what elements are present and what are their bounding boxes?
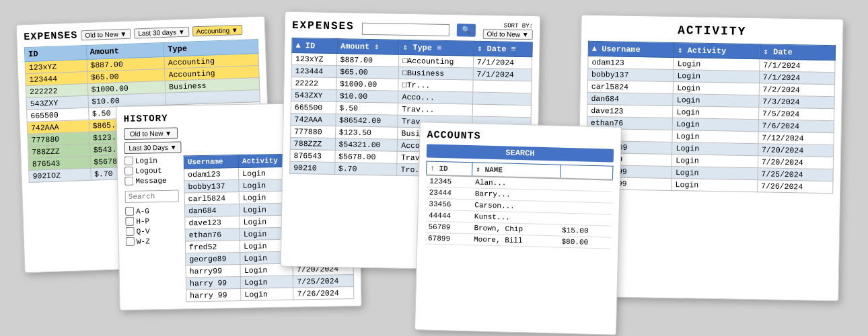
expenses-front-header: EXPENSES 🔍 SORT BY: Old to New ▼ (292, 19, 533, 40)
hist-username: dan684 (184, 204, 239, 216)
expenses-front-title: EXPENSES (292, 19, 355, 33)
act-activity: Login (672, 130, 758, 144)
history-row: harry 99 Login 7/26/2024 (186, 287, 354, 302)
ef-id: 788ZZZ (290, 137, 335, 150)
act-activity: Login (672, 167, 758, 180)
ef-col-date[interactable]: ⇕ Date ≡ (474, 41, 533, 57)
act-activity: Login (673, 94, 759, 108)
expenses-search-input[interactable] (362, 22, 449, 36)
acc-balance (559, 202, 612, 214)
checkbox-message[interactable] (124, 177, 133, 185)
ef-type: □Tr... (398, 79, 473, 92)
eb-id: 902IOZ (29, 168, 91, 182)
hist-username: harry99 (186, 264, 240, 277)
expenses-search-button[interactable]: 🔍 (457, 24, 476, 36)
sortby-value[interactable]: Old to New ▼ (483, 29, 533, 40)
act-date: 7/6/2024 (758, 120, 834, 133)
act-username: dan684 (587, 92, 674, 106)
ef-amount: $.50 (336, 102, 398, 116)
ef-id: 742AAA (291, 113, 336, 126)
act-date: 7/26/2024 (757, 180, 833, 194)
filter-ag[interactable]: A-G (125, 206, 179, 216)
act-activity: Login (673, 118, 759, 132)
accounts-title: ACCOUNTS (427, 129, 614, 145)
act-date: 7/2/2024 (759, 83, 835, 97)
acc-balance: $15.00 (558, 224, 612, 237)
activity-table: ▲ Username ⇕ Activity ⇕ Date odam123 Log… (585, 41, 836, 194)
act-activity: Login (672, 155, 758, 168)
accounts-table: ↑ ID ⇕ NAME 12345 Alan... 23444 Barry...… (424, 161, 613, 249)
ef-type: Acco... (398, 91, 473, 104)
ef-id: 90210 (290, 161, 335, 174)
acc-balance (560, 179, 613, 192)
ef-amount: $65.00 (336, 66, 399, 79)
filter-old-to-new[interactable]: Old to New ▼ (81, 29, 131, 41)
ef-date: 7/1/2024 (473, 56, 532, 69)
acc-name: Moore, Bill (470, 234, 558, 247)
ef-amount: $5678.00 (334, 151, 397, 164)
act-activity: Login (672, 179, 758, 192)
ef-amount: $10.00 (336, 90, 398, 103)
history-filter-days[interactable]: Last 30 Days ▼ (124, 141, 181, 153)
checkbox-logout[interactable] (124, 167, 133, 175)
filter-wz[interactable]: W-Z (126, 237, 180, 246)
act-date: 7/25/2024 (758, 168, 834, 181)
filter-logout[interactable]: Logout (124, 166, 178, 175)
history-filter-sort[interactable]: Old to New ▼ (124, 128, 178, 140)
act-date: 7/20/2024 (758, 144, 834, 157)
accounts-search-label[interactable]: SEARCH (427, 144, 614, 162)
ef-id: 123xYZ (291, 52, 336, 65)
ef-col-type[interactable]: ⇕ Type ≡ (399, 40, 474, 56)
checkbox-wz[interactable] (126, 237, 135, 246)
sortby-container: SORT BY: Old to New ▼ (483, 22, 534, 40)
act-date: 7/1/2024 (760, 59, 836, 73)
ef-amount: $887.00 (336, 54, 399, 67)
hist-username: odam123 (184, 167, 239, 180)
ef-type: □Business (399, 67, 474, 80)
hist-username: ethan76 (185, 228, 240, 241)
hist-username: bobby137 (184, 179, 239, 192)
act-activity: Login (674, 82, 760, 95)
history-activity-filters: Login Logout Message (124, 156, 179, 185)
ef-date (472, 92, 532, 106)
ef-id: 123444 (291, 65, 336, 77)
acc-id: 12345 (426, 175, 472, 187)
checkbox-login[interactable] (124, 157, 133, 165)
filter-login[interactable]: Login (124, 156, 178, 165)
filter-hp[interactable]: H-P (125, 216, 179, 226)
hist-username: carl5824 (184, 192, 239, 204)
acc-balance (559, 190, 612, 203)
filter-last-30-days[interactable]: Last 30 days ▼ (134, 27, 189, 39)
ef-type: Trav... (398, 103, 473, 116)
ef-col-id[interactable]: ▲ ID (292, 38, 337, 53)
history-left-panel: Login Logout Message A-G H-P Q-V W-Z (124, 156, 181, 303)
checkbox-hp[interactable] (125, 217, 134, 226)
act-activity: Login (673, 106, 759, 120)
ef-date: 7/1/2024 (473, 68, 532, 81)
ef-col-amount[interactable]: Amount ⇕ (336, 39, 399, 55)
expenses-back-title: EXPENSES (24, 30, 78, 43)
ef-amount: $86542.00 (335, 114, 398, 128)
filter-message[interactable]: Message (124, 176, 178, 185)
acc-id: 67899 (425, 233, 470, 245)
ef-date (472, 104, 532, 118)
act-date: 7/3/2024 (759, 95, 835, 109)
act-col-activity[interactable]: ⇕ Activity (674, 43, 760, 59)
acc-col-id[interactable]: ↑ ID (427, 161, 472, 176)
hist-activity: Login (241, 288, 294, 300)
checkbox-qv[interactable] (126, 227, 135, 236)
act-activity: Login (674, 70, 760, 83)
act-date: 7/12/2024 (758, 132, 834, 145)
checkbox-ag[interactable] (125, 207, 134, 216)
act-col-username[interactable]: ▲ Username (588, 41, 674, 57)
filter-accounting[interactable]: Accounting ▼ (192, 25, 242, 37)
ef-id: 665500 (291, 101, 336, 114)
act-col-date[interactable]: ⇕ Date (760, 44, 836, 60)
filter-qv[interactable]: Q-V (126, 226, 180, 236)
act-activity: Login (672, 142, 758, 156)
acc-balance: $80.00 (558, 236, 611, 249)
history-alpha-filters: A-G H-P Q-V W-Z (125, 206, 180, 246)
acc-id: 33456 (425, 198, 471, 211)
history-search-input[interactable] (125, 190, 179, 203)
act-date: 7/5/2024 (758, 108, 834, 121)
